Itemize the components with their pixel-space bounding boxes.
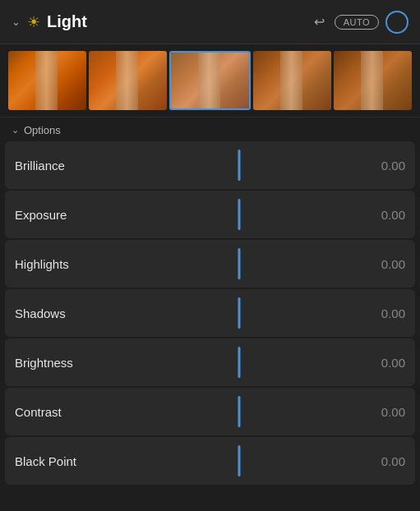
film-frame-5-image <box>334 51 412 110</box>
film-frame-3-image <box>171 53 249 108</box>
brightness-indicator <box>238 347 240 378</box>
film-frame-1[interactable] <box>8 51 86 110</box>
light-panel: ⌄ ☀ Light ↩ AUTO ⌄ Options <box>0 0 420 511</box>
film-frame-5[interactable] <box>334 51 412 110</box>
options-chevron-icon[interactable]: ⌄ <box>12 125 19 136</box>
brilliance-label: Brilliance <box>15 159 122 173</box>
contrast-indicator <box>238 396 240 427</box>
sliders-container: Brilliance 0.00 Exposure 0.00 Highlights… <box>0 141 420 511</box>
auto-button[interactable]: AUTO <box>335 15 379 30</box>
brilliance-value: 0.00 <box>356 159 405 173</box>
brightness-value: 0.00 <box>356 356 405 370</box>
options-label: Options <box>24 124 61 136</box>
contrast-label: Contrast <box>15 405 122 419</box>
contrast-value: 0.00 <box>356 405 405 419</box>
shadows-value: 0.00 <box>356 306 405 320</box>
film-frame-4-image <box>253 51 331 110</box>
exposure-indicator <box>238 199 240 230</box>
film-frame-2-image <box>89 51 167 110</box>
brightness-row[interactable]: Brightness 0.00 <box>5 338 415 386</box>
highlights-row[interactable]: Highlights 0.00 <box>5 240 415 288</box>
shadows-label: Shadows <box>15 306 122 320</box>
exposure-label: Exposure <box>15 208 122 222</box>
contrast-row[interactable]: Contrast 0.00 <box>5 388 415 435</box>
film-frame-4[interactable] <box>253 51 331 110</box>
shadows-row[interactable]: Shadows 0.00 <box>5 289 415 337</box>
black-point-label: Black Point <box>15 454 122 468</box>
black-point-indicator <box>238 445 240 476</box>
collapse-chevron-icon[interactable]: ⌄ <box>12 16 21 28</box>
exposure-value: 0.00 <box>356 208 405 222</box>
panel-title: Light <box>47 12 87 31</box>
brilliance-row[interactable]: Brilliance 0.00 <box>5 141 415 189</box>
highlights-label: Highlights <box>15 257 122 271</box>
highlights-value: 0.00 <box>356 257 405 271</box>
film-frame-1-image <box>8 51 86 110</box>
black-point-value: 0.00 <box>356 454 405 468</box>
shadows-indicator <box>238 297 240 329</box>
header-left: ⌄ ☀ Light <box>12 12 311 31</box>
header-controls: ↩ AUTO <box>311 11 408 34</box>
panel-header: ⌄ ☀ Light ↩ AUTO <box>0 0 420 44</box>
brilliance-indicator <box>238 150 240 181</box>
film-frame-2[interactable] <box>89 51 167 110</box>
sun-icon: ☀ <box>27 13 40 31</box>
black-point-row[interactable]: Black Point 0.00 <box>5 437 415 485</box>
film-frame-3[interactable] <box>169 51 251 110</box>
filmstrip <box>0 44 420 117</box>
undo-button[interactable]: ↩ <box>311 12 328 31</box>
brightness-label: Brightness <box>15 356 122 370</box>
options-header: ⌄ Options <box>0 117 420 141</box>
highlights-indicator <box>238 248 240 279</box>
mode-toggle-button[interactable] <box>385 11 408 34</box>
exposure-row[interactable]: Exposure 0.00 <box>5 191 415 238</box>
